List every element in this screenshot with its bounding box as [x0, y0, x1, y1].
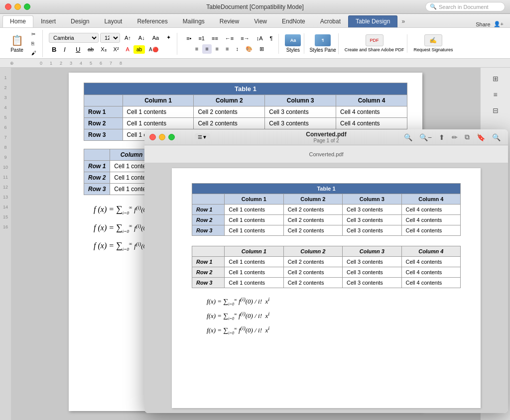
font-family-select[interactable]: Cambria	[49, 33, 99, 43]
strikethrough-button[interactable]: ab	[85, 45, 97, 54]
maximize-button[interactable]	[24, 3, 30, 10]
styles-pane-label[interactable]: Styles Pane	[309, 47, 336, 53]
page-num-16: 16	[0, 222, 11, 232]
tab-insert[interactable]: Insert	[33, 15, 63, 27]
pdf-t2-col4: Column 4	[401, 246, 461, 257]
traffic-lights[interactable]	[5, 3, 30, 10]
page-num-12: 12	[0, 182, 11, 192]
pdf-copy-btn[interactable]: ⧉	[462, 131, 472, 143]
grid-view-btn[interactable]: ⊞	[491, 73, 501, 85]
share-btn[interactable]: Share	[476, 21, 490, 27]
font-grow-btn[interactable]: A↑	[122, 33, 134, 42]
sort-btn[interactable]: ↕A	[254, 34, 266, 43]
pdf-search-btn[interactable]: 🔍	[401, 132, 415, 143]
font-format-btn[interactable]: ✦	[163, 33, 174, 42]
pdf-close-btn[interactable]	[149, 134, 156, 140]
pdf-share-btn[interactable]: ⬆	[436, 132, 447, 143]
pdf-t1-r3c4: Cell 4 contents	[401, 225, 461, 236]
tab-acrobat[interactable]: Acrobat	[313, 15, 348, 27]
page-num-13: 13	[0, 192, 11, 202]
font-shrink-btn[interactable]: A↓	[135, 33, 148, 42]
pdf-t1-r3c2: Cell 2 contents	[283, 225, 342, 236]
char-shade-btn[interactable]: A🔴	[146, 45, 161, 54]
show-marks-btn[interactable]: ¶	[267, 34, 276, 43]
font-clear-btn[interactable]: Aa	[149, 33, 162, 42]
tab-view[interactable]: View	[247, 15, 274, 27]
font-group: Cambria 12 A↑ A↓ Aa ✦ B I U ab X₂ X² A a…	[46, 33, 177, 55]
paste-button[interactable]: 📋 Paste	[7, 33, 27, 54]
page-num-14: 14	[0, 202, 11, 212]
close-button[interactable]	[5, 3, 11, 10]
numbering-btn[interactable]: ≡1	[195, 34, 208, 43]
decrease-indent-btn[interactable]: ←≡	[222, 34, 237, 43]
styles-label: Styles	[286, 47, 300, 53]
pdf-t2-r1-lbl: Row 1	[192, 257, 225, 267]
tab-more[interactable]: »	[397, 16, 409, 27]
cut-button[interactable]: ✂	[28, 30, 39, 38]
pdf-t1-col1: Column 1	[225, 194, 283, 205]
create-share-label[interactable]: Create and Share Adobe PDF	[345, 47, 404, 53]
pdf-min-btn[interactable]	[159, 134, 165, 140]
pdf-t1-r1c2: Cell 2 contents	[283, 205, 342, 215]
pdf-zoom-out-btn[interactable]: 🔍−	[417, 132, 434, 143]
tab-endnote[interactable]: EndNote	[274, 15, 313, 27]
ruler-margin-left[interactable]: ⊕	[10, 61, 14, 66]
subscript-button[interactable]: X₂	[98, 45, 109, 54]
window-title: TableDocument [Compatibility Mode]	[206, 3, 303, 10]
shading-btn[interactable]: 🎨	[243, 44, 255, 54]
justify-btn[interactable]: ≡	[223, 44, 232, 54]
pdf-find-btn[interactable]: 🔍	[490, 132, 503, 143]
doc-table1-r2c2: Cell 2 contents	[194, 118, 265, 129]
list-view-btn[interactable]: ≡	[491, 89, 499, 101]
pdf-t2-col3: Column 3	[343, 246, 401, 257]
tab-references[interactable]: References	[129, 15, 175, 27]
pdf-content-area[interactable]: Table 1 Column 1 Column 2 Column 3 Colum…	[144, 163, 508, 413]
pdf-header-title: Converted.pdf	[309, 151, 343, 157]
multilevel-btn[interactable]: ≡≡	[209, 34, 221, 43]
pdf-max-btn[interactable]	[168, 134, 175, 140]
minimize-button[interactable]	[14, 3, 21, 10]
format-painter-button[interactable]: 🖌	[28, 49, 39, 57]
tab-mailings[interactable]: Mailings	[175, 15, 212, 27]
increase-indent-btn[interactable]: ≡→	[238, 34, 252, 43]
page-num-5: 5	[0, 112, 11, 122]
request-sig-label[interactable]: Request Signatures	[413, 47, 453, 53]
pdf-traffic-lights[interactable]	[149, 134, 175, 140]
copy-button[interactable]: ⎘	[28, 39, 39, 48]
pdf-t2-r1c3: Cell 3 contents	[343, 257, 401, 267]
search-bar[interactable]: 🔍 Search in Document	[425, 2, 505, 11]
align-center-btn[interactable]: ≡	[202, 44, 211, 54]
superscript-button[interactable]: X²	[111, 45, 122, 54]
tab-review[interactable]: Review	[212, 15, 247, 27]
pdf-annotate-btn[interactable]: ✏	[449, 132, 460, 143]
pdf-t1-col4: Column 4	[401, 194, 461, 205]
column-view-btn[interactable]: ⊟	[491, 105, 501, 116]
tab-layout[interactable]: Layout	[97, 15, 129, 27]
doc-table1-r1c4: Cell 4 contents	[336, 106, 407, 118]
pdf-t2-col1: Column 1	[225, 246, 283, 257]
highlight-btn[interactable]: ab	[133, 45, 145, 54]
align-right-btn[interactable]: ≡	[213, 44, 222, 54]
italic-button[interactable]: I	[61, 44, 72, 55]
pdf-t2-r1c2: Cell 2 contents	[283, 257, 342, 267]
page-num-7: 7	[0, 132, 11, 142]
tab-home[interactable]: Home	[2, 15, 33, 27]
bold-button[interactable]: B	[49, 44, 60, 55]
pdf-t2-r3c1: Cell 1 contents	[225, 278, 283, 288]
underline-button[interactable]: U	[73, 44, 84, 55]
page-num-8: 8	[0, 142, 11, 152]
tab-table-design[interactable]: Table Design	[348, 15, 397, 27]
pdf-bookmark-btn[interactable]: 🔖	[474, 132, 488, 143]
align-left-btn[interactable]: ≡	[192, 44, 201, 54]
tab-design[interactable]: Design	[63, 15, 97, 27]
bullets-btn[interactable]: ≡•	[183, 34, 194, 43]
border-btn[interactable]: ⊞	[256, 44, 267, 54]
pdf-title-center: Converted.pdf Page 1 of 2	[306, 131, 346, 143]
doc-table1-r1c1: Cell 1 contents	[123, 106, 194, 118]
doc-table2-empty	[84, 149, 110, 161]
font-color-btn[interactable]: A	[123, 45, 132, 54]
pdf-t2-col2: Column 2	[283, 246, 342, 257]
pdf-t1-r3-lbl: Row 3	[192, 225, 225, 236]
line-spacing-btn[interactable]: ↕	[233, 44, 242, 54]
font-size-select[interactable]: 12	[100, 33, 120, 43]
